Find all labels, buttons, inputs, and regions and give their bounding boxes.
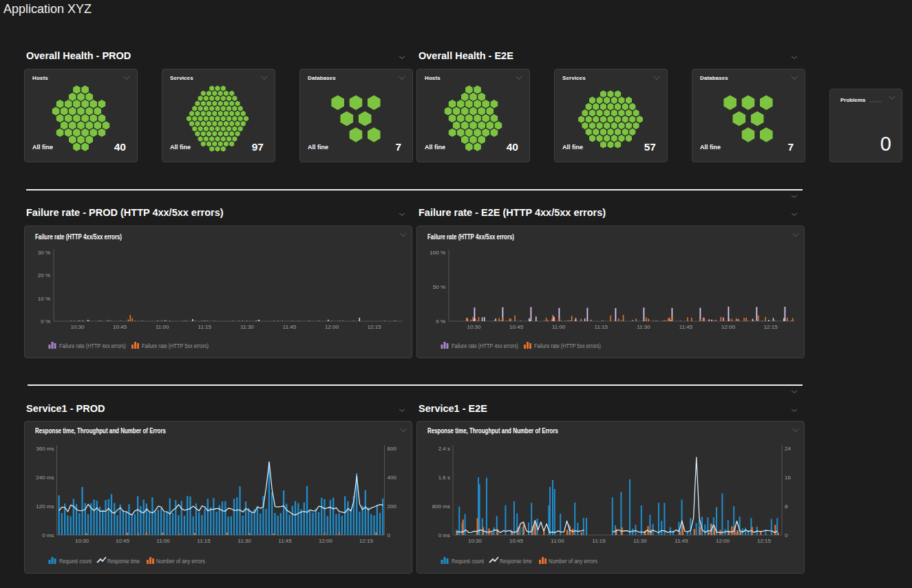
svg-text:Failure rate (HTTP 4xx errors): Failure rate (HTTP 4xx errors)	[59, 342, 126, 349]
svg-text:Failure rate (HTTP 4xx/5xx err: Failure rate (HTTP 4xx/5xx errors)	[35, 233, 122, 241]
svg-text:12:00: 12:00	[716, 538, 730, 544]
svg-text:11:00: 11:00	[551, 538, 564, 544]
svg-text:0 %: 0 %	[41, 318, 50, 325]
svg-text:0: 0	[785, 532, 788, 538]
svg-text:11:45: 11:45	[679, 324, 693, 330]
svg-text:10:30: 10:30	[70, 324, 85, 330]
svg-text:11:15: 11:15	[198, 324, 212, 330]
svg-text:12:00: 12:00	[319, 538, 333, 544]
svg-text:10:45: 10:45	[116, 538, 130, 544]
svg-text:30 %: 30 %	[38, 250, 50, 256]
svg-text:200: 200	[388, 503, 397, 510]
svg-text:240 ms: 240 ms	[36, 475, 54, 481]
svg-text:Failure rate (HTTP 5xx errors): Failure rate (HTTP 5xx errors)	[534, 342, 601, 349]
svg-text:Failure rate (HTTP 4xx errors): Failure rate (HTTP 4xx errors)	[452, 342, 518, 349]
svg-text:11:45: 11:45	[283, 324, 297, 330]
svg-text:0 ms: 0 ms	[438, 532, 450, 538]
svg-text:120 ms: 120 ms	[36, 503, 54, 510]
svg-text:100 %: 100 %	[430, 250, 445, 256]
svg-text:Request count: Request count	[59, 557, 92, 565]
svg-text:12:15: 12:15	[757, 538, 772, 544]
svg-text:11:15: 11:15	[592, 538, 606, 544]
svg-text:Response time, Throughput and: Response time, Throughput and Number of …	[427, 427, 558, 435]
svg-text:10:30: 10:30	[468, 538, 482, 544]
svg-text:11:45: 11:45	[675, 538, 688, 544]
svg-text:0 ms: 0 ms	[42, 532, 54, 538]
svg-text:11:45: 11:45	[278, 538, 292, 544]
svg-text:11:00: 11:00	[552, 324, 566, 330]
svg-text:12:15: 12:15	[368, 324, 382, 330]
svg-text:Response time: Response time	[500, 557, 532, 565]
svg-text:Response time, Throughput and: Response time, Throughput and Number of …	[35, 427, 166, 435]
svg-text:Failure rate (HTTP 4xx/5xx err: Failure rate (HTTP 4xx/5xx errors)	[427, 233, 514, 241]
svg-text:11:30: 11:30	[237, 538, 251, 544]
svg-text:10:30: 10:30	[467, 324, 481, 330]
svg-text:11:30: 11:30	[637, 324, 650, 330]
svg-text:11:15: 11:15	[595, 324, 608, 330]
svg-text:360 ms: 360 ms	[36, 446, 54, 452]
svg-text:Number of any errors: Number of any errors	[156, 557, 205, 565]
svg-text:24: 24	[785, 446, 791, 452]
svg-text:12:15: 12:15	[764, 324, 778, 330]
svg-text:800 ms: 800 ms	[432, 503, 450, 510]
svg-text:10:30: 10:30	[75, 538, 89, 544]
svg-text:0 %: 0 %	[436, 318, 445, 325]
svg-text:11:00: 11:00	[156, 324, 169, 330]
svg-text:12:15: 12:15	[359, 538, 374, 544]
svg-text:Number of any errors: Number of any errors	[549, 557, 597, 565]
svg-text:8: 8	[785, 503, 788, 510]
svg-text:11:30: 11:30	[633, 538, 647, 544]
svg-text:Request count: Request count	[452, 557, 484, 565]
svg-text:10:45: 10:45	[113, 324, 127, 330]
svg-text:11:30: 11:30	[240, 324, 254, 330]
svg-text:Failure rate (HTTP 5xx errors): Failure rate (HTTP 5xx errors)	[142, 342, 209, 349]
svg-text:50 %: 50 %	[433, 284, 445, 290]
svg-text:12:00: 12:00	[325, 324, 339, 330]
svg-text:10:45: 10:45	[509, 324, 524, 330]
svg-text:600: 600	[388, 446, 397, 452]
svg-text:11:15: 11:15	[197, 538, 211, 544]
svg-text:Response time: Response time	[107, 557, 140, 565]
svg-text:10:45: 10:45	[509, 538, 524, 544]
svg-text:400: 400	[388, 475, 397, 481]
svg-text:11:00: 11:00	[156, 538, 170, 544]
svg-text:10 %: 10 %	[38, 296, 50, 302]
svg-text:16: 16	[785, 475, 791, 481]
svg-text:0: 0	[388, 532, 391, 538]
svg-text:2.4 s: 2.4 s	[438, 446, 450, 452]
svg-text:20 %: 20 %	[38, 272, 50, 279]
svg-text:1.6 s: 1.6 s	[438, 475, 450, 481]
svg-text:12:00: 12:00	[721, 324, 736, 330]
